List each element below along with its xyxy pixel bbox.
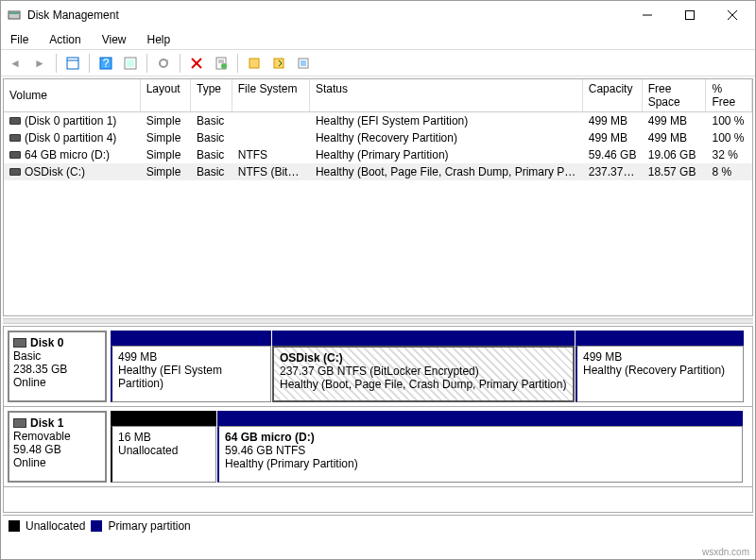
disk-row: Disk 0Basic238.35 GBOnline499 MBHealthy … — [4, 327, 752, 407]
col-volume[interactable]: Volume — [4, 79, 141, 111]
disk-info[interactable]: Disk 0Basic238.35 GBOnline — [8, 331, 107, 402]
col-freespace[interactable]: Free Space — [643, 79, 707, 111]
disk-info[interactable]: Disk 1Removable59.48 GBOnline — [8, 411, 107, 483]
menu-file[interactable]: File — [7, 33, 32, 46]
window-title: Disk Management — [27, 8, 626, 22]
maximize-button[interactable] — [668, 1, 711, 29]
volume-table: Volume Layout Type File System Status Ca… — [3, 78, 753, 316]
svg-point-12 — [160, 59, 167, 67]
partition[interactable]: 499 MBHealthy (EFI System Partition) — [111, 346, 271, 402]
action2-icon[interactable] — [268, 53, 289, 74]
svg-rect-19 — [249, 59, 259, 68]
legend-swatch-primary — [91, 520, 102, 532]
forward-icon: ► — [29, 53, 50, 74]
back-icon: ◄ — [5, 53, 26, 74]
legend-swatch-unalloc — [9, 520, 20, 532]
volume-table-header: Volume Layout Type File System Status Ca… — [4, 79, 752, 112]
svg-text:?: ? — [103, 57, 110, 70]
footer-watermark: wsxdn.com — [702, 547, 749, 557]
help-icon[interactable]: ? — [95, 53, 116, 74]
col-pctfree[interactable]: % Free — [706, 79, 752, 111]
table-row[interactable]: OSDisk (C:)SimpleBasicNTFS (BitLo...Heal… — [4, 163, 752, 180]
menu-help[interactable]: Help — [144, 33, 175, 46]
legend-label-unalloc: Unallocated — [26, 519, 85, 533]
titlebar: Disk Management — [1, 1, 755, 29]
col-type[interactable]: Type — [191, 79, 232, 111]
svg-point-18 — [221, 63, 227, 69]
table-row[interactable]: (Disk 0 partition 4)SimpleBasicHealthy (… — [4, 129, 752, 146]
partition[interactable]: 499 MBHealthy (Recovery Partition) — [576, 346, 744, 402]
menu-action[interactable]: Action — [45, 33, 84, 46]
disk-row: Disk 1Removable59.48 GBOnline16 MBUnallo… — [4, 407, 752, 487]
partition[interactable]: 16 MBUnallocated — [111, 426, 216, 483]
col-filesystem[interactable]: File System — [232, 79, 310, 111]
svg-rect-6 — [67, 58, 78, 69]
refresh-icon[interactable] — [153, 53, 174, 74]
minimize-button[interactable] — [626, 1, 668, 29]
legend-label-primary: Primary partition — [108, 519, 190, 533]
menu-view[interactable]: View — [98, 33, 130, 46]
svg-rect-11 — [127, 59, 134, 67]
view-icon[interactable] — [62, 53, 83, 74]
col-layout[interactable]: Layout — [141, 79, 191, 111]
action1-icon[interactable] — [244, 53, 265, 74]
properties-icon[interactable] — [211, 53, 232, 74]
partition[interactable]: OSDisk (C:)237.37 GB NTFS (BitLocker Enc… — [272, 346, 575, 402]
close-button[interactable] — [711, 1, 753, 29]
toolbar: ◄ ► ? — [1, 50, 755, 76]
table-row[interactable]: (Disk 0 partition 1)SimpleBasicHealthy (… — [4, 112, 752, 129]
menubar: File Action View Help — [1, 29, 755, 50]
legend: Unallocated Primary partition — [3, 515, 753, 535]
settings-icon[interactable] — [120, 53, 141, 74]
disk-map: Disk 0Basic238.35 GBOnline499 MBHealthy … — [3, 326, 753, 513]
col-capacity[interactable]: Capacity — [583, 79, 643, 111]
app-icon — [7, 8, 22, 23]
table-row[interactable]: 64 GB micro (D:)SimpleBasicNTFSHealthy (… — [4, 146, 752, 163]
svg-rect-3 — [685, 11, 694, 20]
svg-rect-22 — [301, 60, 306, 66]
svg-rect-1 — [9, 12, 19, 14]
delete-icon[interactable] — [186, 53, 207, 74]
partition[interactable]: 64 GB micro (D:)59.46 GB NTFSHealthy (Pr… — [217, 426, 743, 483]
splitter[interactable] — [3, 318, 753, 324]
action3-icon[interactable] — [293, 53, 314, 74]
col-status[interactable]: Status — [310, 79, 583, 111]
